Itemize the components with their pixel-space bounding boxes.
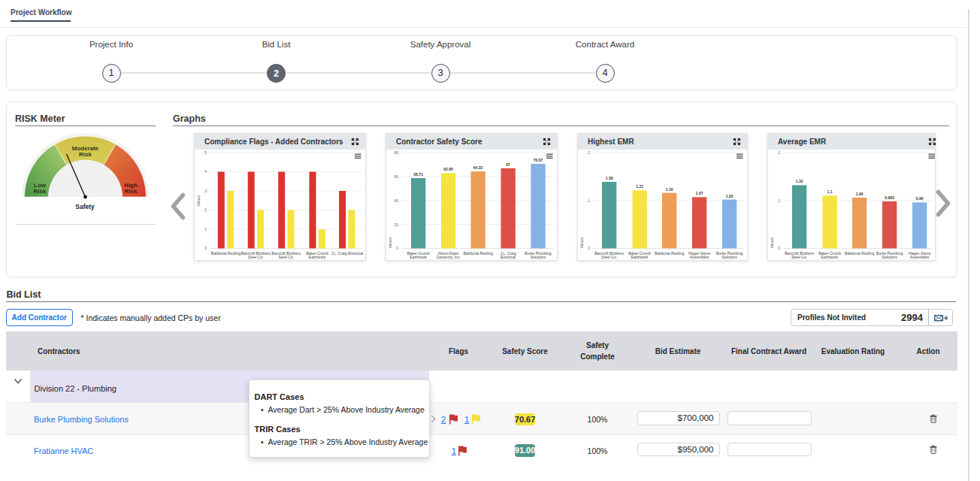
svg-text:1.02: 1.02 xyxy=(726,193,733,198)
svg-text:Risk: Risk xyxy=(79,151,92,158)
svg-text:Babilonia Roofing: Babilonia Roofing xyxy=(463,250,492,255)
svg-text:1.1: 1.1 xyxy=(827,189,833,194)
svg-text:Solutions: Solutions xyxy=(721,255,737,259)
svg-text:Steel Co.: Steel Co. xyxy=(601,255,617,259)
svg-text:0: 0 xyxy=(588,246,590,250)
svg-text:Babilonia Roofing: Babilonia Roofing xyxy=(211,250,240,255)
svg-text:Earthwork: Earthwork xyxy=(821,255,839,259)
svg-text:40: 40 xyxy=(394,198,398,202)
svg-text:Risk: Risk xyxy=(34,188,47,195)
svg-text:Steel Co.: Steel Co. xyxy=(791,255,807,259)
svg-text:1.32: 1.32 xyxy=(796,179,803,183)
svg-text:67: 67 xyxy=(506,162,510,166)
svg-text:1.39: 1.39 xyxy=(606,176,613,180)
svg-text:Risk: Risk xyxy=(125,188,138,195)
svg-text:1: 1 xyxy=(778,198,780,202)
svg-text:Assemblies: Assemblies xyxy=(910,255,930,259)
svg-text:Babilonia Roofing: Babilonia Roofing xyxy=(845,250,874,255)
svg-text:Steel Co.: Steel Co. xyxy=(279,255,295,259)
svg-text:0: 0 xyxy=(778,246,780,250)
svg-text:4: 4 xyxy=(204,169,207,174)
svg-text:Values: Values xyxy=(196,195,201,206)
svg-text:64.32: 64.32 xyxy=(473,165,483,170)
svg-text:62.95: 62.95 xyxy=(443,167,453,171)
svg-text:2: 2 xyxy=(204,207,207,212)
svg-text:2: 2 xyxy=(778,150,780,154)
svg-text:58.71: 58.71 xyxy=(413,172,423,177)
svg-text:Steel Co.: Steel Co. xyxy=(248,255,264,259)
svg-text:Earthwork: Earthwork xyxy=(309,255,326,259)
svg-text:3: 3 xyxy=(204,188,207,192)
svg-text:2: 2 xyxy=(588,150,590,154)
svg-text:0.96: 0.96 xyxy=(916,196,924,201)
svg-text:Assemblies: Assemblies xyxy=(690,255,709,259)
svg-text:20: 20 xyxy=(394,222,398,226)
svg-text:Solutions: Solutions xyxy=(531,255,546,259)
svg-text:Values: Values xyxy=(388,237,392,248)
svg-text:Earthwork: Earthwork xyxy=(631,255,649,259)
svg-text:1: 1 xyxy=(204,226,207,231)
svg-text:0.983: 0.983 xyxy=(885,195,894,199)
svg-text:J.L. Craig Electrical: J.L. Craig Electrical xyxy=(331,250,363,255)
svg-text:1.07: 1.07 xyxy=(696,191,703,195)
svg-text:Solutions: Solutions xyxy=(882,255,897,259)
svg-text:60: 60 xyxy=(394,174,398,178)
svg-text:1.16: 1.16 xyxy=(666,186,673,191)
svg-text:1.21: 1.21 xyxy=(636,184,643,189)
svg-text:Babilonia Roofing: Babilonia Roofing xyxy=(655,250,684,255)
svg-text:Values: Values xyxy=(579,237,584,248)
svg-text:Carpentry, Inc.: Carpentry, Inc. xyxy=(436,255,460,259)
svg-text:Earthwork: Earthwork xyxy=(410,255,427,259)
svg-text:1: 1 xyxy=(588,198,590,202)
svg-text:0: 0 xyxy=(396,246,398,250)
svg-text:80: 80 xyxy=(394,150,398,154)
svg-text:1.06: 1.06 xyxy=(856,192,864,196)
svg-text:0: 0 xyxy=(204,246,207,250)
svg-text:5: 5 xyxy=(204,150,207,154)
svg-text:Electrical: Electrical xyxy=(501,255,516,259)
svg-text:70.67: 70.67 xyxy=(534,158,543,162)
svg-text:Values: Values xyxy=(770,237,774,248)
